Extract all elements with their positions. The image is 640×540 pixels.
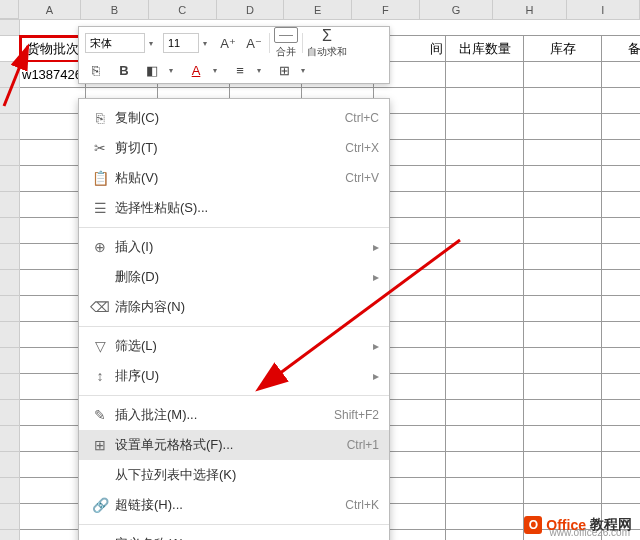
fill-color-button[interactable]: ◧ bbox=[141, 59, 163, 81]
cell[interactable] bbox=[602, 400, 640, 426]
cell[interactable] bbox=[20, 478, 86, 504]
row-header[interactable] bbox=[0, 296, 20, 322]
cell[interactable] bbox=[524, 140, 602, 166]
cell[interactable] bbox=[602, 166, 640, 192]
cell[interactable] bbox=[20, 140, 86, 166]
col-header-a[interactable]: A bbox=[19, 0, 81, 19]
select-all-corner[interactable] bbox=[0, 0, 19, 19]
cell[interactable] bbox=[524, 62, 602, 88]
row-header[interactable] bbox=[0, 140, 20, 166]
row-header[interactable] bbox=[0, 322, 20, 348]
cell[interactable] bbox=[524, 296, 602, 322]
cell[interactable] bbox=[446, 166, 524, 192]
cell[interactable] bbox=[524, 374, 602, 400]
col-header-c[interactable]: C bbox=[149, 0, 217, 19]
cell[interactable] bbox=[20, 296, 86, 322]
cell[interactable] bbox=[446, 88, 524, 114]
col-header-d[interactable]: D bbox=[217, 0, 285, 19]
cell[interactable]: 出库数量 bbox=[446, 36, 524, 62]
merge-cells-button[interactable]: 合并 bbox=[274, 27, 298, 59]
cell[interactable] bbox=[20, 270, 86, 296]
cell[interactable] bbox=[446, 504, 524, 530]
cell[interactable] bbox=[602, 322, 640, 348]
chevron-down-icon[interactable]: ▾ bbox=[257, 66, 267, 75]
cell[interactable] bbox=[602, 270, 640, 296]
cell[interactable] bbox=[602, 88, 640, 114]
cell[interactable] bbox=[602, 426, 640, 452]
chevron-down-icon[interactable]: ▾ bbox=[213, 66, 223, 75]
row-header[interactable] bbox=[0, 114, 20, 140]
cell[interactable] bbox=[446, 530, 524, 540]
cell[interactable] bbox=[524, 426, 602, 452]
font-color-button[interactable]: A bbox=[185, 59, 207, 81]
menu-paste[interactable]: 📋 粘贴(V) Ctrl+V bbox=[79, 163, 389, 193]
row-header[interactable] bbox=[0, 218, 20, 244]
cell[interactable] bbox=[602, 192, 640, 218]
row-header[interactable] bbox=[0, 166, 20, 192]
cell[interactable] bbox=[524, 244, 602, 270]
col-header-b[interactable]: B bbox=[81, 0, 149, 19]
cell[interactable] bbox=[524, 270, 602, 296]
cell[interactable] bbox=[524, 348, 602, 374]
row-header[interactable] bbox=[0, 452, 20, 478]
col-header-f[interactable]: F bbox=[352, 0, 420, 19]
menu-define-name[interactable]: 定义名称(A) bbox=[79, 529, 389, 540]
cell[interactable] bbox=[602, 348, 640, 374]
col-header-g[interactable]: G bbox=[420, 0, 493, 19]
cell[interactable] bbox=[602, 478, 640, 504]
col-header-i[interactable]: I bbox=[567, 0, 640, 19]
cell[interactable] bbox=[20, 504, 86, 530]
cell[interactable] bbox=[602, 62, 640, 88]
chevron-down-icon[interactable]: ▾ bbox=[169, 66, 179, 75]
bold-button[interactable]: B bbox=[113, 59, 135, 81]
cell[interactable] bbox=[524, 452, 602, 478]
cell[interactable] bbox=[524, 322, 602, 348]
cell[interactable] bbox=[20, 244, 86, 270]
cell[interactable] bbox=[524, 192, 602, 218]
cell[interactable] bbox=[446, 192, 524, 218]
chevron-down-icon[interactable]: ▾ bbox=[203, 39, 213, 48]
font-family-select[interactable]: 宋体 bbox=[85, 33, 145, 53]
col-header-e[interactable]: E bbox=[284, 0, 352, 19]
cell[interactable] bbox=[524, 478, 602, 504]
menu-insert-comment[interactable]: ✎ 插入批注(M)... Shift+F2 bbox=[79, 400, 389, 430]
row-header[interactable] bbox=[0, 400, 20, 426]
row-header[interactable] bbox=[0, 374, 20, 400]
row-header[interactable] bbox=[0, 504, 20, 530]
cell[interactable] bbox=[602, 374, 640, 400]
borders-button[interactable]: ⊞ bbox=[273, 59, 295, 81]
cell[interactable] bbox=[602, 140, 640, 166]
cell[interactable] bbox=[524, 400, 602, 426]
cell[interactable] bbox=[446, 478, 524, 504]
font-size-select[interactable]: 11 bbox=[163, 33, 199, 53]
cell[interactable]: 库存 bbox=[524, 36, 602, 62]
cell[interactable] bbox=[20, 192, 86, 218]
row-header[interactable] bbox=[0, 478, 20, 504]
cell[interactable] bbox=[20, 530, 86, 540]
chevron-down-icon[interactable]: ▾ bbox=[149, 39, 159, 48]
cell[interactable] bbox=[20, 374, 86, 400]
cell[interactable] bbox=[20, 114, 86, 140]
cell[interactable] bbox=[446, 426, 524, 452]
menu-hyperlink[interactable]: 🔗 超链接(H)... Ctrl+K bbox=[79, 490, 389, 520]
cell[interactable] bbox=[446, 114, 524, 140]
menu-format-cells[interactable]: ⊞ 设置单元格格式(F)... Ctrl+1 bbox=[79, 430, 389, 460]
row-header[interactable] bbox=[0, 270, 20, 296]
row-header[interactable] bbox=[0, 192, 20, 218]
cell[interactable] bbox=[20, 452, 86, 478]
row-header[interactable] bbox=[0, 530, 20, 540]
cell[interactable]: 备注 bbox=[602, 36, 640, 62]
chevron-down-icon[interactable]: ▾ bbox=[301, 66, 311, 75]
cell[interactable] bbox=[524, 166, 602, 192]
decrease-font-icon[interactable]: A⁻ bbox=[243, 32, 265, 54]
cell[interactable] bbox=[524, 218, 602, 244]
autosum-button[interactable]: Σ 自动求和 bbox=[307, 27, 347, 59]
menu-pick-from-list[interactable]: 从下拉列表中选择(K) bbox=[79, 460, 389, 490]
cell[interactable] bbox=[20, 426, 86, 452]
row-header[interactable] bbox=[0, 426, 20, 452]
cell[interactable] bbox=[602, 244, 640, 270]
cell[interactable] bbox=[602, 452, 640, 478]
cell[interactable] bbox=[602, 218, 640, 244]
menu-cut[interactable]: ✂ 剪切(T) Ctrl+X bbox=[79, 133, 389, 163]
cell[interactable] bbox=[20, 348, 86, 374]
